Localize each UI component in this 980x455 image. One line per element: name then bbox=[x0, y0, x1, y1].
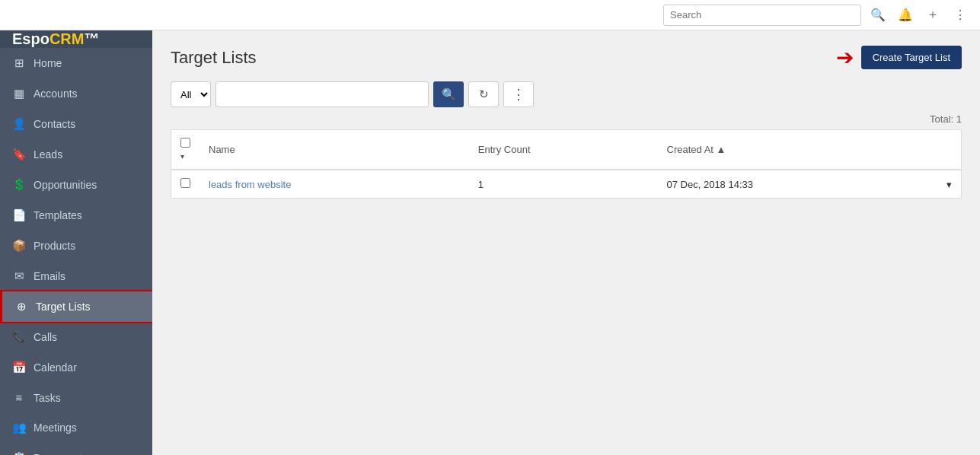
sidebar-item-label: Products bbox=[34, 240, 75, 252]
checkbox-dropdown[interactable]: ▾ bbox=[180, 152, 184, 161]
sidebar-item-opportunities[interactable]: 💲 Opportunities bbox=[0, 170, 152, 200]
sidebar-item-label: Accounts bbox=[34, 88, 78, 100]
opportunities-icon: 💲 bbox=[12, 178, 26, 192]
target-lists-table: ▾ Name Entry Count Created At ▲ bbox=[171, 129, 962, 199]
sidebar-item-products[interactable]: 📦 Products bbox=[0, 231, 152, 261]
sidebar-item-accounts[interactable]: ▦ Accounts bbox=[0, 78, 152, 109]
accounts-icon: ▦ bbox=[12, 87, 26, 100]
calls-icon: 📞 bbox=[12, 330, 26, 344]
sidebar-item-contacts[interactable]: 👤 Contacts bbox=[0, 109, 152, 139]
sidebar-item-label: Meetings bbox=[34, 422, 77, 434]
header-name[interactable]: Name bbox=[200, 130, 469, 170]
header-created-at[interactable]: Created At ▲ bbox=[658, 130, 937, 170]
create-area: ➔ Create Target List bbox=[836, 46, 962, 69]
create-target-list-button[interactable]: Create Target List bbox=[861, 46, 962, 69]
table-header-row: ▾ Name Entry Count Created At ▲ bbox=[171, 130, 962, 170]
content-area: Target Lists ➔ Create Target List All 🔍 … bbox=[152, 30, 980, 455]
emails-icon: ✉ bbox=[12, 269, 26, 283]
content-header: Target Lists ➔ Create Target List bbox=[171, 46, 962, 69]
sidebar-item-label: Home bbox=[34, 57, 62, 69]
filter-input[interactable] bbox=[215, 81, 429, 107]
tasks-icon: ≡ bbox=[12, 391, 26, 404]
sidebar-item-label: Leads bbox=[34, 148, 62, 161]
add-icon[interactable]: ＋ bbox=[922, 5, 943, 26]
search-icon[interactable]: 🔍 bbox=[867, 5, 889, 26]
row-name-link[interactable]: leads from website bbox=[209, 179, 291, 190]
meetings-icon: 👥 bbox=[12, 421, 26, 434]
search-button[interactable]: 🔍 bbox=[433, 81, 464, 107]
header-entry-count: Entry Count bbox=[469, 130, 658, 170]
sidebar-item-label: Documents bbox=[34, 452, 88, 455]
total-label: Total: 1 bbox=[171, 113, 962, 125]
sidebar-item-label: Calendar bbox=[34, 361, 77, 374]
sidebar-item-label: Calls bbox=[34, 331, 57, 343]
sidebar-item-label: Contacts bbox=[34, 118, 75, 130]
target-lists-icon: ⊕ bbox=[14, 300, 28, 313]
sidebar-item-target-lists[interactable]: ⊕ Target Lists ➤ bbox=[0, 291, 152, 322]
notifications-icon[interactable]: 🔔 bbox=[895, 5, 916, 26]
sidebar-item-label: Templates bbox=[34, 209, 82, 221]
sidebar-item-leads[interactable]: 🔖 Leads bbox=[0, 139, 152, 170]
sidebar-item-label: Target Lists bbox=[36, 301, 91, 313]
sidebar-item-home[interactable]: ⊞ Home bbox=[0, 48, 152, 78]
sidebar-item-label: Opportunities bbox=[34, 179, 97, 191]
scope-select[interactable]: All bbox=[171, 82, 210, 107]
sidebar-item-emails[interactable]: ✉ Emails bbox=[0, 261, 152, 291]
menu-icon[interactable]: ⋮ bbox=[950, 5, 971, 26]
products-icon: 📦 bbox=[12, 239, 26, 253]
header-red-arrow: ➔ bbox=[836, 47, 854, 68]
sidebar-item-label: Tasks bbox=[34, 392, 61, 404]
calendar-icon: 📅 bbox=[12, 361, 26, 374]
row-dropdown[interactable]: ▾ bbox=[937, 170, 962, 199]
sort-arrow: ▲ bbox=[717, 144, 726, 155]
refresh-button[interactable]: ↻ bbox=[468, 81, 499, 107]
search-input[interactable] bbox=[664, 9, 860, 21]
leads-icon: 🔖 bbox=[12, 148, 26, 161]
page-title: Target Lists bbox=[171, 48, 257, 68]
main-layout: EspoCRM™ ⊞ Home ▦ Accounts 👤 Contacts 🔖 … bbox=[0, 30, 980, 455]
sidebar-item-label: Emails bbox=[34, 270, 65, 282]
sidebar: EspoCRM™ ⊞ Home ▦ Accounts 👤 Contacts 🔖 … bbox=[0, 30, 152, 455]
templates-icon: 📄 bbox=[12, 208, 26, 222]
scope-select-wrap[interactable]: All bbox=[171, 81, 211, 107]
header-row-action bbox=[937, 130, 962, 170]
logo-text: EspoCRM™ bbox=[12, 30, 99, 48]
sidebar-item-documents[interactable]: 📋 Documents bbox=[0, 443, 152, 455]
logo: EspoCRM™ bbox=[0, 30, 152, 48]
sidebar-item-calendar[interactable]: 📅 Calendar bbox=[0, 352, 152, 383]
topbar: 🔍 🔔 ＋ ⋮ bbox=[0, 0, 980, 30]
sidebar-item-templates[interactable]: 📄 Templates bbox=[0, 200, 152, 231]
row-name-cell: leads from website bbox=[200, 170, 469, 199]
sidebar-item-calls[interactable]: 📞 Calls bbox=[0, 322, 152, 352]
contacts-icon: 👤 bbox=[12, 117, 26, 131]
header-checkbox-col: ▾ bbox=[171, 130, 200, 170]
table-row: leads from website 1 07 Dec, 2018 14:33 … bbox=[171, 170, 962, 199]
row-checkbox[interactable] bbox=[180, 178, 190, 188]
documents-icon: 📋 bbox=[12, 451, 26, 455]
sidebar-item-tasks[interactable]: ≡ Tasks bbox=[0, 383, 152, 412]
home-icon: ⊞ bbox=[12, 56, 26, 70]
sidebar-item-meetings[interactable]: 👥 Meetings bbox=[0, 412, 152, 443]
row-entry-count-cell: 1 bbox=[469, 170, 658, 199]
search-box[interactable] bbox=[663, 5, 861, 26]
filter-bar: All 🔍 ↻ ⋮ bbox=[171, 81, 962, 107]
row-checkbox-cell bbox=[171, 170, 200, 199]
row-created-at-cell: 07 Dec, 2018 14:33 bbox=[658, 170, 937, 199]
select-all-checkbox[interactable] bbox=[180, 138, 190, 148]
more-options-button[interactable]: ⋮ bbox=[503, 81, 534, 107]
